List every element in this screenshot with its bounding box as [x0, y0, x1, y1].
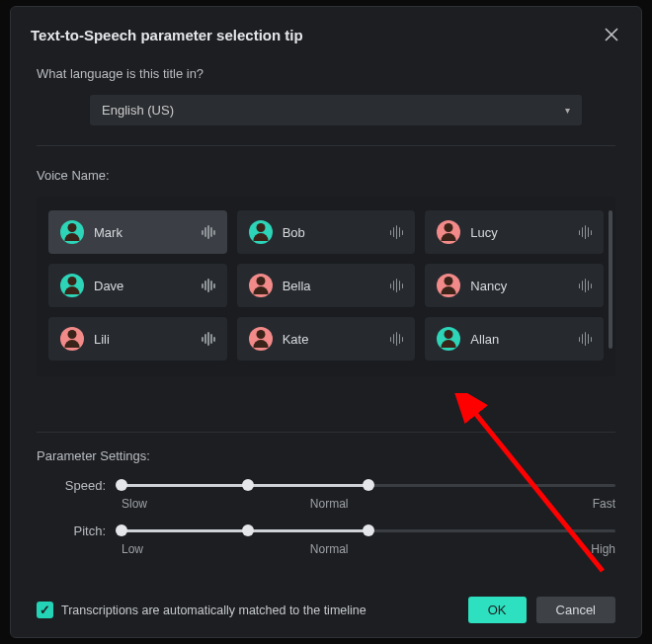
scrollbar-thumb[interactable]: [609, 210, 612, 349]
chevron-down-icon: ▾: [565, 105, 570, 116]
speed-ticks: Slow Normal Fast: [11, 497, 641, 515]
voice-card-lili[interactable]: Lili: [48, 317, 227, 361]
cancel-button[interactable]: Cancel: [536, 597, 615, 623]
speed-tick-fast: Fast: [593, 497, 615, 511]
speed-slider[interactable]: [122, 475, 615, 495]
pitch-knob-mid[interactable]: [242, 524, 254, 536]
voice-info: Allan: [437, 327, 499, 351]
language-question: What language is this title in?: [11, 58, 641, 91]
pitch-tick-low: Low: [122, 542, 143, 556]
voice-info: Kate: [249, 327, 309, 351]
pitch-knob[interactable]: [363, 524, 374, 536]
voice-info: Dave: [60, 274, 123, 297]
avatar-icon: [60, 327, 84, 351]
tts-dialog: Text-to-Speech parameter selection tip W…: [10, 6, 642, 638]
pitch-tick-high: High: [591, 542, 615, 556]
pitch-knob-start[interactable]: [116, 524, 127, 536]
waveform-icon[interactable]: [390, 225, 404, 239]
close-button[interactable]: [602, 25, 621, 44]
footer-buttons: OK Cancel: [468, 597, 615, 623]
voice-card-dave[interactable]: Dave: [48, 264, 227, 307]
voice-info: Bella: [249, 274, 311, 297]
voice-info: Bob: [249, 220, 305, 244]
voice-name-text: Allan: [470, 332, 499, 347]
close-icon: [605, 28, 618, 41]
pitch-slider[interactable]: [122, 521, 615, 540]
ok-button[interactable]: OK: [468, 597, 527, 623]
avatar-icon: [437, 220, 460, 244]
speed-tick-slow: Slow: [122, 497, 147, 511]
avatar-icon: [437, 274, 460, 297]
voice-name-text: Lili: [94, 332, 110, 347]
transcription-checkbox-wrap[interactable]: ✓ Transcriptions are automatically match…: [37, 602, 367, 618]
pitch-label: Pitch:: [37, 523, 106, 538]
voice-grid: MarkBobLucyDaveBellaNancyLiliKateAllan: [48, 210, 604, 361]
speed-knob-mid[interactable]: [242, 479, 254, 491]
voice-card-kate[interactable]: Kate: [237, 317, 416, 361]
speed-row: Speed:: [11, 469, 641, 497]
voice-name-text: Mark: [94, 225, 122, 240]
voice-name-label: Voice Name:: [11, 146, 641, 197]
voice-card-allan[interactable]: Allan: [425, 317, 604, 361]
dialog-footer: ✓ Transcriptions are automatically match…: [37, 597, 615, 623]
parameter-settings-label: Parameter Settings:: [11, 433, 641, 469]
language-selected-value: English (US): [102, 103, 174, 118]
voice-name-text: Lucy: [470, 225, 497, 240]
waveform-icon[interactable]: [202, 279, 215, 292]
pitch-tick-normal: Normal: [310, 542, 349, 556]
waveform-icon[interactable]: [390, 279, 404, 292]
voice-name-text: Bob: [283, 225, 305, 240]
transcription-checkbox[interactable]: ✓: [37, 602, 53, 618]
voice-panel: MarkBobLucyDaveBellaNancyLiliKateAllan: [37, 197, 615, 376]
checkmark-icon: ✓: [40, 603, 50, 617]
waveform-icon[interactable]: [579, 279, 593, 292]
waveform-icon[interactable]: [390, 332, 404, 346]
voice-info: Mark: [60, 220, 122, 244]
speed-label: Speed:: [37, 478, 106, 493]
dialog-header: Text-to-Speech parameter selection tip: [11, 7, 641, 58]
language-select-wrap: English (US) ▾: [11, 91, 641, 145]
avatar-icon: [60, 274, 84, 297]
voice-card-bob[interactable]: Bob: [237, 210, 416, 254]
avatar-icon: [249, 274, 273, 297]
avatar-icon: [60, 220, 84, 244]
waveform-icon[interactable]: [202, 332, 215, 346]
voice-name-text: Dave: [94, 279, 123, 293]
avatar-icon: [437, 327, 460, 351]
voice-name-text: Kate: [283, 332, 309, 347]
avatar-icon: [249, 327, 273, 351]
voice-card-bella[interactable]: Bella: [237, 264, 416, 307]
pitch-row: Pitch:: [11, 515, 641, 542]
waveform-icon[interactable]: [579, 225, 593, 239]
waveform-icon[interactable]: [202, 225, 215, 239]
speed-tick-normal: Normal: [310, 497, 349, 511]
speed-knob[interactable]: [363, 479, 374, 491]
waveform-icon[interactable]: [579, 332, 593, 346]
voice-name-text: Bella: [283, 279, 311, 293]
avatar-icon: [249, 220, 273, 244]
pitch-ticks: Low Normal High: [11, 542, 641, 560]
transcription-checkbox-label: Transcriptions are automatically matched…: [61, 604, 367, 617]
voice-name-text: Nancy: [470, 279, 507, 293]
pitch-track-empty: [368, 529, 615, 532]
voice-info: Lucy: [437, 220, 497, 244]
voice-info: Lili: [60, 327, 110, 351]
speed-track-empty: [368, 484, 615, 487]
voice-card-nancy[interactable]: Nancy: [425, 264, 604, 307]
speed-knob-start[interactable]: [116, 479, 127, 491]
voice-info: Nancy: [437, 274, 507, 297]
language-select[interactable]: English (US) ▾: [90, 95, 582, 125]
voice-card-mark[interactable]: Mark: [48, 210, 227, 254]
dialog-title: Text-to-Speech parameter selection tip: [31, 27, 303, 43]
voice-card-lucy[interactable]: Lucy: [425, 210, 604, 254]
